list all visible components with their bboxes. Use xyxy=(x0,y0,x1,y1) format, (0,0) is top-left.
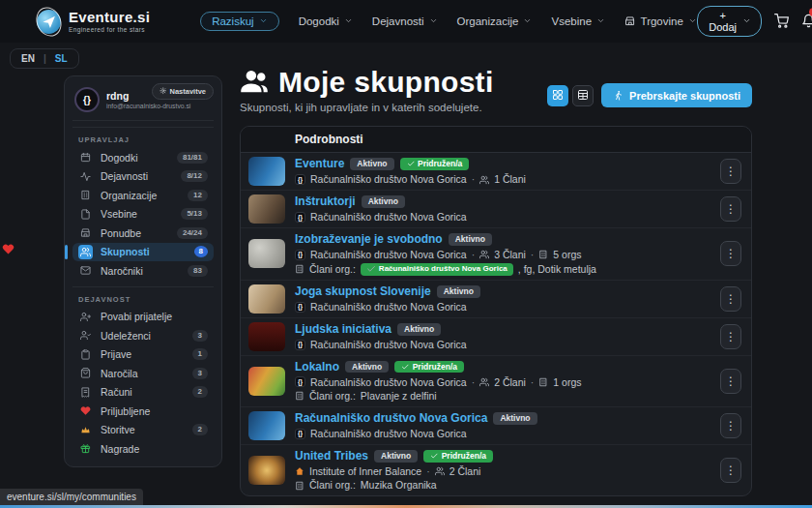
building-icon xyxy=(538,377,548,387)
status-badge: Aktivno xyxy=(374,450,418,463)
community-name-link[interactable]: Inštruktorji xyxy=(295,194,356,209)
sidebar-item-nagrade[interactable]: Nagrade xyxy=(72,439,214,459)
status-badge: Aktivno xyxy=(493,412,536,425)
row-member-orgs: Člani org.:Računalniško društvo Nova Gor… xyxy=(295,263,710,276)
community-thumbnail[interactable] xyxy=(248,411,285,440)
sidebar-item-vsebine[interactable]: Vsebine5/13 xyxy=(72,205,214,224)
community-thumbnail[interactable] xyxy=(248,322,285,351)
building-icon xyxy=(295,391,304,401)
community-name-link[interactable]: Izobraževanje je svobodno xyxy=(295,232,443,247)
row-menu-button[interactable]: ⋮ xyxy=(720,196,741,222)
row-menu-button[interactable]: ⋮ xyxy=(720,413,741,438)
row-members: 2 Člani xyxy=(494,376,526,389)
user-email: info@racunalnisko-drustvo.si xyxy=(106,103,190,109)
page-title: Moje skupnosti xyxy=(278,66,494,99)
sidebar-item-dejavnosti[interactable]: Dejavnosti8/12 xyxy=(72,167,214,187)
nav-organizacije[interactable]: Organizacije xyxy=(457,15,533,27)
sidebar-item-count: 3 xyxy=(192,368,208,379)
cart-button[interactable] xyxy=(774,14,789,30)
check-icon xyxy=(366,264,376,274)
nav-vsebine[interactable]: Vsebine xyxy=(551,15,605,27)
row-menu-button[interactable]: ⋮ xyxy=(720,324,741,349)
favorites-float-button[interactable] xyxy=(2,242,14,256)
row-organization: Računalniško društvo Nova Gorica xyxy=(310,173,467,186)
sidebar-item-label: Priljubljene xyxy=(101,405,208,417)
building-icon xyxy=(295,481,304,491)
row-member-orgs: Člani org.:Muzika Organika xyxy=(295,479,710,492)
community-name-link[interactable]: United Tribes xyxy=(295,449,368,463)
sidebar-item-narocila[interactable]: Naročila3 xyxy=(72,364,214,383)
nav-label: Vsebine xyxy=(551,15,592,27)
check-icon xyxy=(430,452,439,461)
grid-icon xyxy=(552,89,564,101)
community-thumbnail[interactable] xyxy=(248,456,285,485)
sidebar-item-storitve[interactable]: Storitve2 xyxy=(72,421,214,440)
community-thumbnail[interactable] xyxy=(248,194,285,224)
sidebar-item-label: Ponudbe xyxy=(101,227,169,239)
sidebar-item-priljubljene[interactable]: Priljubljene xyxy=(72,402,214,421)
community-row-racunalnisko-drustvo-nova-gorica: Računalniško društvo Nova GoricaAktivno{… xyxy=(241,407,751,445)
sidebar-item-prijave[interactable]: Prijave1 xyxy=(72,345,214,365)
row-menu-button[interactable]: ⋮ xyxy=(720,286,741,312)
separator: · xyxy=(426,465,430,478)
notifications-button[interactable]: 12 xyxy=(801,14,812,30)
community-name-link[interactable]: Računalniško društvo Nova Gorica xyxy=(295,411,487,426)
org-logo-icon: {} xyxy=(295,429,305,439)
row-members: 1 Člani xyxy=(494,173,526,186)
community-thumbnail[interactable] xyxy=(248,284,285,314)
top-actions: + Dodaj 12 {} xyxy=(697,6,812,37)
sidebar-item-udelezenci[interactable]: Udeleženci3 xyxy=(72,326,214,345)
community-thumbnail[interactable] xyxy=(248,367,285,396)
browse-communities-button[interactable]: Prebrskajte skupnosti xyxy=(601,83,752,107)
sidebar-item-organizacije[interactable]: Organizacije12 xyxy=(72,186,214,205)
nav-label: Dejavnosti xyxy=(372,15,424,27)
table-header: Podrobnosti xyxy=(241,127,751,153)
separator: · xyxy=(472,173,476,186)
community-name-link[interactable]: Lokalno xyxy=(295,360,339,374)
brand-logo[interactable]: Eventure.si Engineered for the stars xyxy=(37,10,150,34)
nav-raziskuj[interactable]: Raziskuj xyxy=(200,12,278,31)
lang-en-button[interactable]: EN xyxy=(21,53,35,64)
row-menu-button[interactable]: ⋮ xyxy=(720,159,741,184)
community-name-link[interactable]: Eventure xyxy=(295,157,344,171)
community-row-ljudska-iniciativa: Ljudska iniciativaAktivno{}Računalniško … xyxy=(241,318,751,356)
community-thumbnail[interactable] xyxy=(248,239,285,268)
sidebar-item-povabi-prijatelje[interactable]: Povabi prijatelje xyxy=(72,308,214,327)
row-organization: Računalniško društvo Nova Gorica xyxy=(310,211,467,224)
community-name-link[interactable]: Ljudska iniciativa xyxy=(295,322,392,337)
table-icon xyxy=(577,89,589,101)
sidebar-item-ponudbe[interactable]: Ponudbe24/24 xyxy=(72,224,214,243)
row-organization: Računalniško društvo Nova Gorica xyxy=(310,339,467,351)
row-orgs-count: 1 orgs xyxy=(553,376,581,389)
view-toggle-grid[interactable] xyxy=(547,85,568,106)
row-orgs-count: 5 orgs xyxy=(553,249,581,261)
org-logo-icon: {} xyxy=(295,376,305,387)
house-icon xyxy=(295,466,304,476)
nav-dejavnosti[interactable]: Dejavnosti xyxy=(372,15,438,27)
row-menu-button[interactable]: ⋮ xyxy=(720,369,741,394)
chevron-down-icon xyxy=(596,16,605,25)
community-name-link[interactable]: Joga skupnost Slovenije xyxy=(295,284,431,299)
sidebar-menu: UPRAVLJAJDogodki81/81Dejavnosti8/12Organ… xyxy=(72,127,214,459)
add-button[interactable]: + Dodaj xyxy=(697,6,762,37)
sidebar-item-dogodki[interactable]: Dogodki81/81 xyxy=(72,148,214,167)
chevron-down-icon xyxy=(259,16,268,25)
sidebar-item-narocniki[interactable]: Naročniki83 xyxy=(72,261,214,281)
sidebar-item-skupnosti[interactable]: Skupnosti8 xyxy=(72,243,214,262)
row-organization: Računalniško društvo Nova Gorica xyxy=(310,428,467,440)
nav-dogodki[interactable]: Dogodki xyxy=(299,15,353,27)
lang-sl-button[interactable]: SL xyxy=(55,53,68,64)
settings-button[interactable]: Nastavitve xyxy=(152,83,214,100)
community-thumbnail[interactable] xyxy=(248,157,285,186)
sidebar-item-label: Prijave xyxy=(101,348,185,360)
separator: · xyxy=(472,249,476,261)
sidebar-item-count: 1 xyxy=(192,348,208,360)
row-menu-button[interactable]: ⋮ xyxy=(720,458,741,483)
row-menu-button[interactable]: ⋮ xyxy=(720,241,741,266)
nav-trgovine[interactable]: Trgovine xyxy=(624,15,697,27)
member-orgs-label: Člani org.: xyxy=(309,263,356,276)
sidebar-divider xyxy=(72,286,214,287)
view-toggle-table[interactable] xyxy=(572,85,594,106)
sidebar-item-racuni[interactable]: Računi2 xyxy=(72,383,214,403)
org-logo-icon: {} xyxy=(295,250,305,260)
